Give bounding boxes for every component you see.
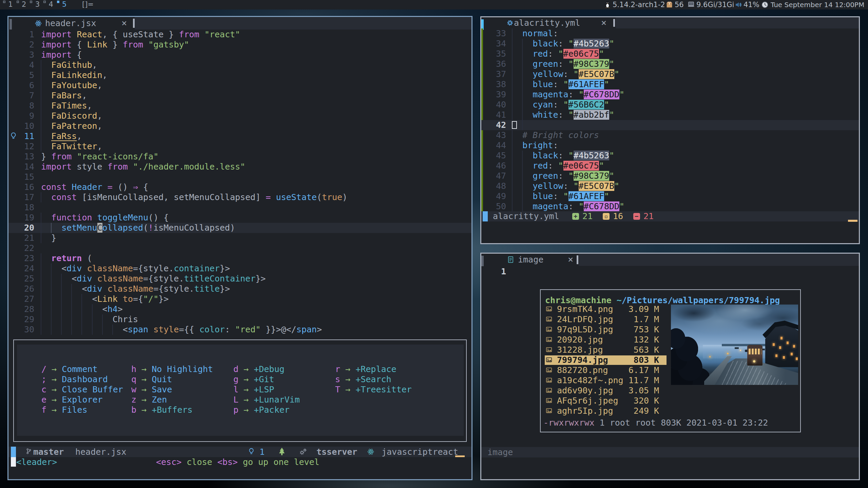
- code-token: blue: [533, 79, 553, 89]
- indent-guide: [71, 294, 72, 304]
- whichkey-binding[interactable]: d → +Debug: [233, 364, 285, 374]
- whichkey-binding[interactable]: h → No Highlight: [131, 364, 213, 374]
- code-token: () {: [148, 213, 169, 222]
- whichkey-binding[interactable]: f → Files: [41, 405, 87, 415]
- whichkey-binding[interactable]: g → +Git: [233, 374, 274, 385]
- tab-active[interactable]: header.jsx×: [8, 17, 135, 30]
- kernel-version: 5.14.2-arch1-2: [613, 1, 665, 9]
- code-area[interactable]: 1import React, { useState } from "react"…: [8, 30, 471, 335]
- line-number: 13: [8, 152, 34, 162]
- code-token: #98C379: [574, 59, 609, 69]
- code-token: ": [579, 201, 584, 211]
- cmdline-cursor-block: [11, 457, 16, 467]
- lf-file-row[interactable]: aghr5Ip.jpg249K: [545, 406, 667, 416]
- code-token: cyan: [533, 100, 553, 110]
- tab-cursor: [577, 255, 578, 264]
- code-token: #C678DD: [584, 201, 619, 211]
- code-token: :: [548, 161, 558, 171]
- lf-file-row[interactable]: a19c482f~.png11.7M: [545, 376, 667, 385]
- workspace-5[interactable]: 5: [57, 0, 69, 9]
- gear-icon: [507, 20, 513, 26]
- code-token: [92, 213, 97, 222]
- line-number: 12: [8, 141, 34, 152]
- code-line: 8FaTimes,: [8, 101, 471, 111]
- code-token: green: [533, 171, 558, 181]
- code-token: "react": [205, 30, 240, 39]
- volume-icon: [735, 1, 742, 8]
- tab-active[interactable]: alacritty.yml×: [481, 17, 616, 28]
- whichkey-label: +LSP: [254, 385, 274, 394]
- code-line: 36green: "#98C379": [481, 59, 859, 69]
- tab-close-button[interactable]: ×: [121, 18, 127, 28]
- arrow-icon: →: [238, 395, 254, 405]
- workspace-3[interactable]: 3: [30, 0, 42, 9]
- indent-guide: [512, 100, 513, 110]
- code-token: ": [609, 110, 614, 120]
- whichkey-binding[interactable]: T → +Treesitter: [335, 385, 412, 395]
- lf-file-row[interactable]: 31228.jpg563K: [545, 345, 667, 355]
- lf-file-row[interactable]: ad6v90y.jpg3.05M: [545, 386, 667, 395]
- tab-label: image: [518, 255, 543, 265]
- workspace-indicator: [30, 1, 32, 3]
- code-token: [102, 284, 108, 294]
- lf-file-row[interactable]: 9rsmTK4.png3.09M: [545, 305, 667, 314]
- code-token: (): [113, 182, 133, 192]
- code-token: FaYoutube: [51, 80, 97, 90]
- code-token: ": [609, 171, 614, 181]
- workspace-1[interactable]: 1: [3, 0, 15, 9]
- workspace-4[interactable]: 4: [43, 0, 56, 9]
- tab-close-button[interactable]: ×: [568, 254, 573, 265]
- indent-guide: [512, 90, 513, 100]
- lf-file-row[interactable]: 97q9L5D.jpg753K: [545, 325, 667, 334]
- lf-file-row[interactable]: AFq5r6j.jpeg320K: [545, 396, 667, 406]
- workspace-2[interactable]: 2: [17, 0, 29, 9]
- tab-close-button[interactable]: ×: [601, 18, 606, 28]
- indent-guide: [41, 304, 41, 314]
- editor-window-left[interactable]: header.jsx×1import React, { useState } f…: [7, 16, 472, 480]
- whichkey-binding[interactable]: r → +Replace: [335, 364, 397, 374]
- editor-window-topright[interactable]: alacritty.yml×33normal:34black: "#4b5263…: [480, 16, 860, 244]
- tabline: alacritty.yml×: [481, 17, 859, 28]
- code-token: setMenu: [61, 223, 97, 233]
- git-removed-icon: −: [633, 213, 640, 220]
- code-token: div: [87, 284, 102, 294]
- code-token: span: [296, 325, 317, 334]
- whichkey-binding[interactable]: s → +Search: [335, 374, 391, 385]
- lf-file-row[interactable]: 799794.jpg803K: [545, 355, 667, 365]
- indent-guide: [41, 274, 41, 284]
- whichkey-binding[interactable]: c → Close Buffer: [41, 385, 123, 395]
- whichkey-binding[interactable]: / → Comment: [41, 364, 98, 374]
- line-number: 10: [8, 121, 34, 131]
- whichkey-binding[interactable]: l → +LSP: [233, 385, 274, 395]
- code-area[interactable]: 33normal:34black: "#4b5263"35red: "#e06c…: [481, 28, 859, 212]
- react-icon: [35, 20, 42, 27]
- indent-guide: [512, 79, 513, 90]
- code-line: 17const [isMenuCollapsed, setMenuCollaps…: [8, 192, 471, 202]
- whichkey-binding[interactable]: w → Save: [131, 385, 172, 395]
- whichkey-binding[interactable]: ; → Dashboard: [41, 374, 108, 385]
- whichkey-binding[interactable]: q → Quit: [131, 374, 172, 385]
- code-token: ": [568, 171, 574, 181]
- indent-guide: [522, 69, 523, 79]
- lf-file-row[interactable]: 20920.jpg132K: [545, 335, 667, 345]
- workspace-label: 1: [6, 0, 15, 8]
- whichkey-binding[interactable]: e → Explorer: [41, 395, 103, 405]
- mode-block: [11, 447, 16, 457]
- whichkey-binding[interactable]: p → +Packer: [233, 405, 290, 415]
- line-number: 29: [8, 314, 34, 325]
- code-token: from: [123, 40, 143, 50]
- lf-file-row[interactable]: 882720.png6.17M: [545, 366, 667, 375]
- tab-active[interactable]: image×: [481, 254, 579, 266]
- image-file-icon: [546, 357, 552, 362]
- whichkey-binding[interactable]: z → Zen: [131, 395, 167, 405]
- indent-guide: [61, 284, 62, 294]
- code-token: useState: [276, 192, 316, 202]
- code-token: red: [533, 49, 548, 59]
- whichkey-binding[interactable]: b → +Buffers: [131, 405, 193, 415]
- whichkey-binding[interactable]: L → +LunarVim: [233, 395, 300, 405]
- code-token: :: [548, 49, 558, 59]
- editor-window-bottomright[interactable]: image×1chris@machine~/Pictures/wallpaper…: [480, 253, 860, 480]
- lf-file-row[interactable]: 24LrDFQ.jpg1.7M: [545, 315, 667, 324]
- indent-guide: [522, 151, 523, 161]
- statusline-filename: alacritty.yml: [493, 211, 559, 221]
